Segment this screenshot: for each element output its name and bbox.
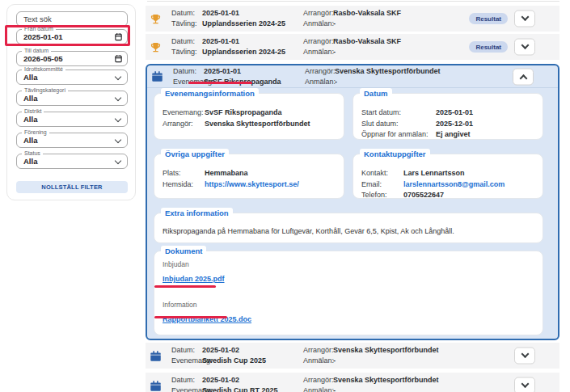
chevron-down-icon bbox=[521, 350, 529, 358]
expand-row-button[interactable] bbox=[514, 348, 535, 365]
datum-label: Datum: bbox=[173, 67, 204, 76]
anmalan-value: - bbox=[333, 386, 454, 392]
info-label: Telefon: bbox=[361, 190, 403, 201]
collapse-row-button[interactable] bbox=[513, 68, 534, 85]
info-value: Ej angivet bbox=[436, 129, 471, 141]
kind-label: Tävling: bbox=[171, 48, 202, 57]
info-value: 2025-01-01 bbox=[436, 107, 473, 119]
result-badge[interactable]: Resultat bbox=[469, 13, 508, 24]
invitation-document-link[interactable]: Inbjudan 2025.pdf bbox=[163, 275, 225, 283]
anmalan-value: - bbox=[333, 356, 454, 365]
other-info-panel: Övriga uppgifter Plats:Hemmabana Hemsida… bbox=[154, 154, 344, 199]
from-date-field[interactable]: Från datum 2025-01-01 bbox=[16, 29, 128, 44]
expanded-event-card: Datum: 2025-01-01 Arrangör: Svenska Skyt… bbox=[146, 64, 559, 340]
event-row[interactable]: Datum: 2025-01-02 Arrangör: Svenska Skyt… bbox=[146, 373, 559, 392]
panel-title: Kontaktuppgifter bbox=[360, 149, 430, 159]
info-value: Svenska Skyttesportförbundet bbox=[205, 119, 310, 130]
arrangor-label: Arrangör: bbox=[305, 67, 335, 76]
club-select[interactable]: Förening Alla bbox=[16, 133, 128, 148]
field-label: Distrikt bbox=[22, 108, 44, 115]
kind-label: Evenemang: bbox=[171, 386, 202, 392]
datum-value: 2025-01-02 bbox=[202, 376, 303, 385]
row-fields: Datum: 2025-01-01 Arrangör: Rasbo-Vaksal… bbox=[171, 8, 454, 29]
datum-label: Datum: bbox=[171, 346, 202, 355]
chevron-down-icon bbox=[521, 13, 529, 21]
info-value: Lars Lennartsson bbox=[403, 168, 465, 179]
datum-value: 2025-01-01 bbox=[204, 67, 305, 76]
document-type-label: Information bbox=[163, 301, 534, 309]
row-fields: Datum: 2025-01-01 Arrangör: Svenska Skyt… bbox=[173, 66, 456, 87]
arrangor-value: Rasbo-Vaksala SKF bbox=[333, 37, 454, 46]
datum-label: Datum: bbox=[171, 9, 202, 18]
anmalan-label: Anmälan: bbox=[305, 78, 335, 86]
expand-row-button[interactable] bbox=[514, 11, 535, 27]
search-input[interactable] bbox=[16, 11, 128, 27]
field-label: Idrottskommitté bbox=[22, 66, 65, 73]
event-name: SvSF Rikspropaganda bbox=[204, 78, 305, 86]
info-label: Evenemang: bbox=[163, 107, 205, 119]
info-value: 2025-12-01 bbox=[436, 119, 473, 130]
event-info-panel: Evenemangsinformation Evenemang:SvSF Rik… bbox=[154, 93, 344, 140]
info-label: Arrangör: bbox=[163, 119, 205, 130]
panel-title: Datum bbox=[360, 88, 392, 99]
kind-label: Tävling: bbox=[171, 19, 202, 28]
status-select[interactable]: Status Alla bbox=[16, 154, 128, 169]
info-label: Start datum: bbox=[361, 107, 436, 119]
arrangor-label: Arrangör: bbox=[303, 37, 333, 46]
anmalan-value: - bbox=[335, 78, 456, 86]
kind-label: Evenemang: bbox=[171, 356, 202, 365]
row-fields: Datum: 2025-01-01 Arrangör: Rasbo-Vaksal… bbox=[171, 36, 454, 57]
documents-panel: Dokument Inbjudan Inbjudan 2025.pdf Info… bbox=[154, 251, 543, 335]
event-name: Upplandsserien 2024-25 bbox=[202, 19, 303, 28]
dates-panel: Datum Start datum:2025-01-01 Slut datum:… bbox=[353, 93, 543, 140]
field-label: Tävlingskategori bbox=[22, 87, 68, 94]
info-label: Slut datum: bbox=[361, 119, 436, 130]
report-document-link[interactable]: Rapportblankett 2025.doc bbox=[163, 315, 251, 323]
info-value: 0705522647 bbox=[403, 190, 444, 201]
trophy-icon bbox=[150, 41, 162, 53]
datum-value: 2025-01-02 bbox=[202, 346, 303, 355]
website-link[interactable]: https://www.skyttesport.se/ bbox=[205, 179, 299, 191]
anmalan-label: Anmälan: bbox=[303, 356, 333, 365]
event-row[interactable]: Datum: 2025-01-02 Arrangör: Svenska Skyt… bbox=[146, 343, 559, 369]
panel-title: Dokument bbox=[161, 246, 206, 256]
arrangor-value: Svenska Skyttesportförbundet bbox=[333, 346, 454, 355]
event-name: Upplandsserien 2024-25 bbox=[202, 48, 303, 57]
result-badge[interactable]: Resultat bbox=[469, 41, 508, 53]
panel-title: Evenemangsinformation bbox=[161, 88, 259, 99]
expanded-event-row[interactable]: Datum: 2025-01-01 Arrangör: Svenska Skyt… bbox=[147, 65, 558, 88]
panel-title: Övriga uppgifter bbox=[161, 149, 229, 159]
calendar-icon bbox=[151, 70, 163, 82]
to-date-field[interactable]: Till datum 2026-05-05 bbox=[16, 51, 128, 66]
event-name: Swedish Cup RT 2025 bbox=[202, 386, 303, 392]
info-value: SvSF Rikspropaganda bbox=[205, 107, 282, 119]
filter-sidebar: Från datum 2025-01-01 Till datum 2026-05… bbox=[6, 4, 136, 200]
field-label: Från datum bbox=[22, 26, 56, 32]
calendar-outline-icon[interactable] bbox=[114, 32, 123, 41]
anmalan-value: - bbox=[333, 19, 454, 28]
datum-value: 2025-01-01 bbox=[202, 37, 303, 46]
email-link[interactable]: larslennartsson8@gmail.com bbox=[403, 179, 505, 191]
row-fields: Datum: 2025-01-02 Arrangör: Svenska Skyt… bbox=[171, 345, 454, 366]
calendar-outline-icon[interactable] bbox=[114, 54, 123, 63]
competition-category-select[interactable]: Tävlingskategori Alla bbox=[16, 91, 128, 106]
field-label: Status bbox=[22, 150, 43, 157]
datum-label: Datum: bbox=[171, 376, 202, 385]
info-value: Hemmabana bbox=[205, 168, 248, 179]
expand-row-button[interactable] bbox=[514, 39, 535, 56]
info-label: Plats: bbox=[163, 168, 205, 179]
contact-panel: Kontaktuppgifter Kontakt:Lars Lennartsso… bbox=[353, 154, 543, 199]
sports-committee-select[interactable]: Idrottskommitté Alla bbox=[16, 70, 128, 85]
event-row[interactable]: Datum: 2025-01-01 Arrangör: Rasbo-Vaksal… bbox=[146, 6, 559, 32]
anmalan-label: Anmälan: bbox=[303, 48, 333, 57]
chevron-down-icon bbox=[521, 380, 529, 388]
chevron-up-icon bbox=[519, 74, 527, 82]
expand-row-button[interactable] bbox=[514, 377, 535, 392]
extra-info-panel: Extra information Rikspropaganda på Hemm… bbox=[154, 213, 543, 243]
info-label: Kontakt: bbox=[361, 168, 403, 179]
district-select[interactable]: Distrikt Alla bbox=[16, 112, 128, 127]
event-row[interactable]: Datum: 2025-01-01 Arrangör: Rasbo-Vaksal… bbox=[146, 34, 559, 60]
arrangor-value: Svenska Skyttesportförbundet bbox=[333, 376, 454, 385]
reset-filter-button[interactable]: NOLLSTÄLL FILTER bbox=[16, 181, 128, 193]
event-name: Swedish Cup 2025 bbox=[202, 356, 303, 365]
